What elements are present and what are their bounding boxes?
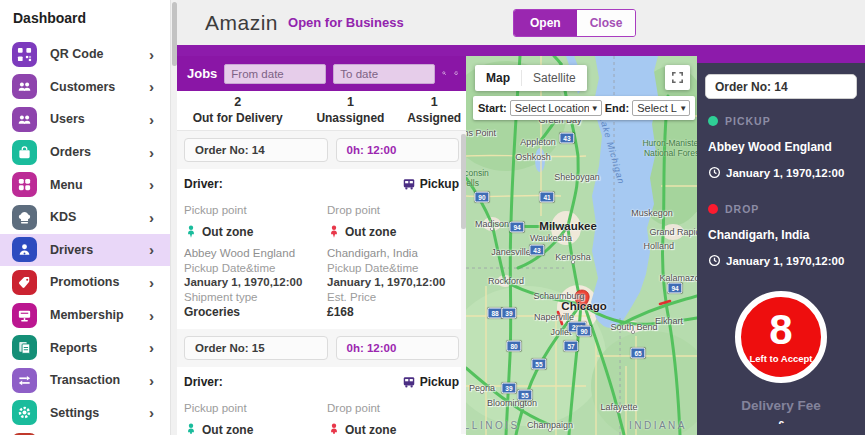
start-location-select[interactable]: Select Location▼ xyxy=(510,100,602,116)
order-eta: 0h: 12:00 xyxy=(336,138,459,162)
stat-count: 1 xyxy=(431,95,438,111)
sidebar-item-orders[interactable]: Orders › xyxy=(0,136,170,169)
map-label: Stevens Point xyxy=(466,128,496,138)
pickup-date-label: Pickup Date&time xyxy=(184,262,327,274)
sidebar-item-reports[interactable]: Reports › xyxy=(0,331,170,364)
jobs-toolbar: Jobs xyxy=(177,56,466,91)
highway-shield: 57 xyxy=(563,340,578,351)
map-type-control: Map Satellite xyxy=(475,65,587,91)
satellite-tab[interactable]: Satellite xyxy=(522,65,587,91)
qr-code-icon xyxy=(12,42,37,67)
to-date-input[interactable] xyxy=(333,64,435,84)
map-label: Grand Rapids xyxy=(650,227,697,237)
highway-shield: 55 xyxy=(531,359,546,370)
sidebar-item-transaction[interactable]: Transaction › xyxy=(0,364,170,397)
sidebar-item-settings[interactable]: Settings › xyxy=(0,397,170,430)
map-label: Kenosha xyxy=(555,252,591,262)
drivers-icon xyxy=(12,237,37,262)
sidebar-item-label: Reports xyxy=(50,341,97,355)
left-to-accept-badge: 8 Left to Accept xyxy=(735,291,827,383)
zone-status: Out zone xyxy=(345,225,396,239)
sidebar-item-users[interactable]: Users › xyxy=(0,103,170,136)
chevron-down-icon: ▼ xyxy=(677,104,687,113)
map-tab[interactable]: Map xyxy=(475,65,521,91)
sidebar-item-label: QR Code xyxy=(50,47,103,61)
clock-icon xyxy=(708,166,721,179)
map-panel[interactable]: Green BayStevens PointAppletonOshkoshShe… xyxy=(466,56,697,435)
refresh-icon[interactable] xyxy=(454,64,458,83)
map-label: Appleton xyxy=(520,137,556,147)
stat-unassigned: 1 Unassigned xyxy=(298,91,402,130)
map-label: Holland xyxy=(644,241,675,251)
scrollbar-thumb[interactable] xyxy=(172,2,177,66)
from-date-input[interactable] xyxy=(224,64,326,84)
map-label: ILLINOIS xyxy=(466,420,520,431)
job-card[interactable]: Order No: 14 0h: 12:00 Driver: Pickup Pi… xyxy=(177,131,466,325)
job-card-header: Order No: 15 0h: 12:00 xyxy=(177,329,466,367)
transaction-arrows-icon xyxy=(12,368,37,393)
chevron-down-icon: ▼ xyxy=(589,104,599,113)
map-label: Rockford xyxy=(488,276,524,286)
fullscreen-button[interactable] xyxy=(665,65,690,90)
job-card[interactable]: Order No: 15 0h: 12:00 Driver: Pickup Pi… xyxy=(177,329,466,434)
pickup-label: PICKUP xyxy=(725,115,771,127)
pickup-zone-pin-icon xyxy=(184,224,198,239)
chevron-right-icon: › xyxy=(149,308,154,323)
open-button[interactable]: Open xyxy=(514,10,577,36)
sidebar-item-kds[interactable]: KDS › xyxy=(0,201,170,234)
chevron-right-icon: › xyxy=(149,210,154,225)
header-accent-bar xyxy=(177,45,865,56)
drop-address: Chandigarh, India xyxy=(327,247,459,259)
chevron-right-icon: › xyxy=(149,47,154,62)
chevron-right-icon: › xyxy=(149,340,154,355)
highway-shield: 43 xyxy=(559,132,574,143)
chevron-right-icon: › xyxy=(149,405,154,420)
close-button[interactable]: Close xyxy=(577,10,636,36)
highway-shield: 94 xyxy=(667,282,682,293)
sidebar-item-settings-2[interactable]: Settings › xyxy=(0,429,170,435)
sidebar-item-membership[interactable]: Membership › xyxy=(0,299,170,332)
sidebar-item-drivers[interactable]: Drivers › xyxy=(0,234,170,267)
highway-shield: 39 xyxy=(501,307,516,318)
jobs-panel: Jobs 2 Out for Delivery 1 Unassigned 1 A… xyxy=(177,56,466,435)
map-label: Naperville xyxy=(534,312,574,322)
search-icon[interactable] xyxy=(442,64,446,83)
stat-out-for-delivery: 2 Out for Delivery xyxy=(177,91,298,130)
drop-dot-icon xyxy=(708,204,718,214)
sidebar-item-customers[interactable]: Customers › xyxy=(0,71,170,104)
highway-shield: 90 xyxy=(474,191,489,202)
pickup-section-header: PICKUP xyxy=(708,115,865,127)
settings-gear-icon xyxy=(12,400,37,425)
sidebar-scrollbar[interactable] xyxy=(170,0,177,435)
delivery-fee-label: Delivery Fee xyxy=(697,398,865,413)
highway-shield: 55 xyxy=(517,389,532,400)
sidebar-item-label: Membership xyxy=(50,308,124,322)
chevron-right-icon: › xyxy=(149,177,154,192)
stat-label: Out for Delivery xyxy=(193,111,283,126)
sidebar-item-menu[interactable]: Menu › xyxy=(0,168,170,201)
map-label: Bloomington xyxy=(487,398,537,408)
map-label: Sheboygan xyxy=(554,172,600,182)
end-location-select[interactable]: Select Location▼ xyxy=(632,100,690,116)
pickup-time: January 1, 1970,12:00 xyxy=(708,166,865,179)
est-price-value: £168 xyxy=(327,305,459,319)
chevron-right-icon: › xyxy=(149,79,154,94)
stat-count: 2 xyxy=(234,95,241,111)
job-card-body: Driver: Pickup Pickup point Out zone Abb… xyxy=(177,367,466,434)
map-label: Chicago xyxy=(561,300,606,312)
sidebar-item-label: Menu xyxy=(50,178,83,192)
order-number-field[interactable]: Order No: 14 xyxy=(705,74,857,99)
menu-grid-icon xyxy=(12,172,37,197)
map-label: Lake Michigan xyxy=(597,114,626,185)
drop-zone-pin-icon xyxy=(327,224,341,239)
highway-shield: 39 xyxy=(501,383,516,394)
sidebar-item-qr-code[interactable]: QR Code › xyxy=(0,38,170,71)
map-label: Elkhart xyxy=(655,316,683,326)
kds-chef-hat-icon xyxy=(12,205,37,230)
sidebar-item-label: Promotions xyxy=(50,275,119,289)
drop-zone-pin-icon xyxy=(327,422,341,434)
map-label: Waukesha xyxy=(530,233,572,243)
chevron-right-icon: › xyxy=(149,145,154,160)
membership-card-icon xyxy=(12,303,37,328)
sidebar-item-promotions[interactable]: Promotions › xyxy=(0,266,170,299)
